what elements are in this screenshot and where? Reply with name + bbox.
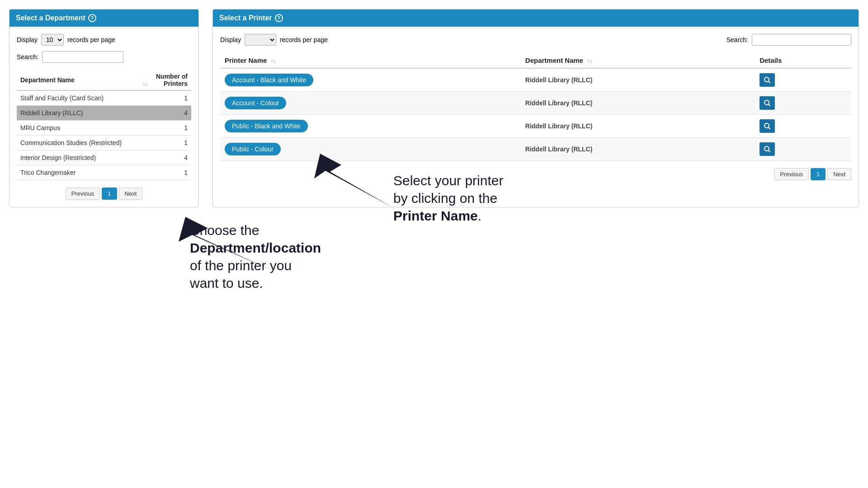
dept-name-cell: Interior Design (Restricted) (17, 150, 134, 165)
details-button[interactable] (760, 96, 775, 110)
annotation-left-line4: want to use. (190, 276, 263, 291)
printer-details-cell (755, 68, 851, 92)
details-header: Details (755, 53, 851, 68)
printer-dept-cell: Riddell Library (RLLC) (521, 68, 755, 92)
right-panel-header: Select a Printer ? (213, 9, 859, 27)
svg-line-3 (769, 104, 770, 106)
details-button[interactable] (760, 142, 775, 156)
dept-count-cell: 4 (134, 106, 191, 121)
right-display-select[interactable]: 5 10 25 50 (245, 34, 276, 46)
printer-dept-cell: Riddell Library (RLLC) (521, 115, 755, 138)
printer-name-button[interactable]: Public - Black and White (225, 120, 308, 132)
dept-name-cell: Trico Changemaker (17, 165, 134, 180)
left-panel-header: Select a Department ? (9, 9, 198, 27)
right-search-input[interactable] (752, 34, 851, 46)
left-page-1-button[interactable]: 1 (102, 188, 117, 200)
sort-arrows-printer: ↑↓ (271, 58, 276, 64)
right-next-button[interactable]: Next (827, 168, 851, 180)
printer-table-row: Public - Colour Riddell Library (RLLC) (220, 138, 851, 161)
printer-name-cell: Public - Colour (220, 138, 521, 161)
printer-dept-cell: Riddell Library (RLLC) (521, 138, 755, 161)
details-button[interactable] (760, 119, 775, 133)
left-panel: Select a Department ? Display 10 5 25 50… (9, 9, 199, 207)
left-pagination: Previous 1 Next (17, 188, 191, 200)
dept-count-cell: 1 (134, 121, 191, 136)
printer-name-button[interactable]: Account - Colour (225, 97, 286, 109)
printer-details-cell (755, 138, 851, 161)
dept-count-cell: 4 (134, 150, 191, 165)
left-search-label: Search: (17, 53, 38, 61)
left-prev-button[interactable]: Previous (66, 188, 100, 200)
sort-arrows-left: ↑↓ (142, 81, 148, 87)
printer-details-cell (755, 115, 851, 138)
printer-table-row: Public - Black and White Riddell Library… (220, 115, 851, 138)
svg-line-7 (769, 150, 770, 152)
left-panel-body: Display 10 5 25 50 records per page Sear… (9, 27, 198, 207)
department-table: Department Name ↑↓ Number of Printers St… (17, 70, 191, 180)
left-help-icon[interactable]: ? (88, 14, 96, 22)
dept-name-cell: Communication Studies (Restricted) (17, 136, 134, 150)
annotation-right-line2: by clicking on the (393, 191, 497, 206)
dept-count-cell: 1 (134, 90, 191, 106)
printer-table-row: Account - Black and White Riddell Librar… (220, 68, 851, 92)
annotation-right: Select your printer by clicking on the P… (393, 172, 503, 225)
left-controls-row: Display 10 5 25 50 records per page (17, 34, 191, 46)
right-pagination: Previous 1 Next (220, 168, 851, 180)
printer-name-cell: Public - Black and White (220, 115, 521, 138)
annotation-left: Choose the Department/location of the pr… (190, 221, 321, 292)
right-panel: Select a Printer ? Display 5 10 25 50 re… (212, 9, 859, 207)
svg-line-5 (769, 127, 770, 129)
right-display-label: Display (220, 36, 241, 43)
annotation-left-line1: Choose the (190, 223, 259, 238)
right-page-1-button[interactable]: 1 (811, 168, 826, 180)
dept-table-row[interactable]: Riddell Library (RLLC) 4 (17, 106, 191, 121)
dept-name-cell: MRU Campus (17, 121, 134, 136)
printer-name-header[interactable]: Printer Name ↑↓ (220, 53, 521, 68)
printer-table: Printer Name ↑↓ Department Name ↑↓ Detai… (220, 53, 851, 161)
sort-arrows-dept: ↑↓ (587, 58, 592, 64)
printer-table-row: Account - Colour Riddell Library (RLLC) (220, 92, 851, 115)
left-display-select[interactable]: 10 5 25 50 (41, 34, 64, 46)
left-search-row: Search: (17, 51, 191, 63)
details-button[interactable] (760, 73, 775, 87)
num-printers-header[interactable]: ↑↓ Number of Printers (134, 70, 191, 90)
right-prev-button[interactable]: Previous (774, 168, 809, 180)
dept-table-row[interactable]: MRU Campus 1 (17, 121, 191, 136)
right-panel-title: Select a Printer (219, 14, 272, 22)
printer-name-button[interactable]: Public - Colour (225, 143, 281, 155)
right-search-label: Search: (726, 36, 748, 43)
right-controls-row: Display 5 10 25 50 records per page Sear… (220, 34, 851, 46)
left-display-label: Display (17, 36, 38, 43)
dept-name-header-right[interactable]: Department Name ↑↓ (521, 53, 755, 68)
left-panel-title: Select a Department (16, 14, 85, 22)
annotation-left-line2: Department/location (190, 240, 321, 255)
printer-name-cell: Account - Colour (220, 92, 521, 115)
annotation-left-line3: of the printer you (190, 258, 292, 273)
dept-table-row[interactable]: Interior Design (Restricted) 4 (17, 150, 191, 165)
left-search-input[interactable] (42, 51, 123, 63)
printer-dept-cell: Riddell Library (RLLC) (521, 92, 755, 115)
printer-name-button[interactable]: Account - Black and White (225, 74, 313, 86)
annotation-right-line1: Select your printer (393, 173, 503, 188)
dept-name-cell: Staff and Faculty (Card Scan) (17, 90, 134, 106)
dept-table-row[interactable]: Trico Changemaker 1 (17, 165, 191, 180)
printer-details-cell (755, 92, 851, 115)
annotation-right-suffix: . (478, 208, 481, 223)
printer-name-cell: Account - Black and White (220, 68, 521, 92)
left-next-button[interactable]: Next (119, 188, 143, 200)
dept-name-cell: Riddell Library (RLLC) (17, 106, 134, 121)
dept-count-cell: 1 (134, 165, 191, 180)
right-help-icon[interactable]: ? (275, 14, 283, 22)
left-records-label: records per page (67, 36, 115, 43)
dept-name-header: Department Name (17, 70, 134, 90)
right-records-label: records per page (280, 36, 328, 43)
dept-table-row[interactable]: Staff and Faculty (Card Scan) 1 (17, 90, 191, 106)
annotation-right-line3: Printer Name (393, 208, 478, 223)
dept-table-row[interactable]: Communication Studies (Restricted) 1 (17, 136, 191, 150)
right-panel-body: Display 5 10 25 50 records per page Sear… (213, 27, 859, 188)
dept-count-cell: 1 (134, 136, 191, 150)
svg-line-1 (769, 81, 770, 83)
